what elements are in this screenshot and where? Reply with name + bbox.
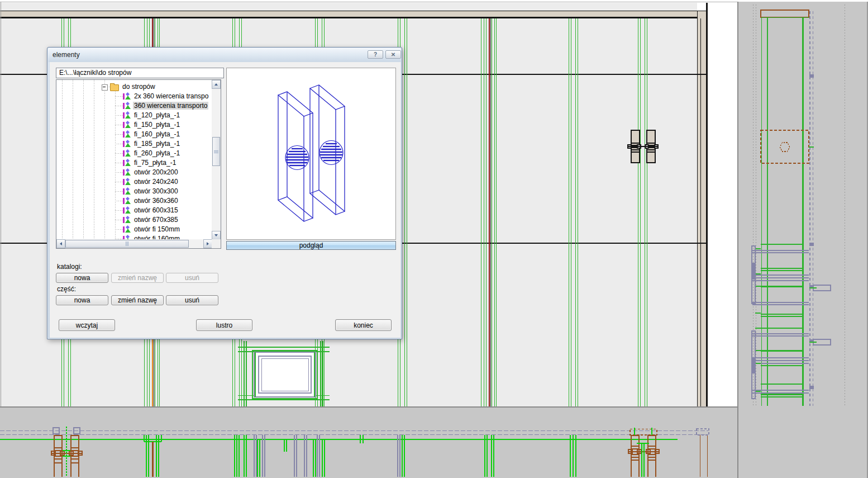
part-icon [123,102,131,110]
part-icon [123,216,131,224]
tree-folder-row[interactable]: do stropów [56,82,212,92]
part-icon [123,121,131,129]
tree-item-label: 2x 360 wiercenia transpo [133,92,209,100]
tree-item-label: otwór 300x300 [133,187,179,195]
tree-item-label: fi_185_płyta_-1 [133,140,181,148]
part-icon [123,140,131,148]
part-icon [123,112,131,119]
part-icon [123,188,131,195]
tree-item[interactable]: otwór 240x240 [56,177,212,187]
scroll-left-button[interactable] [56,239,65,248]
folder-icon [110,84,119,91]
part-icon [123,150,131,157]
part-icon [123,93,131,100]
koniec-button[interactable]: koniec [335,319,392,331]
tree-item-label: otwór 600x315 [133,206,179,214]
wczytaj-button[interactable]: wczytaj [59,319,115,331]
czesc-nowa-button[interactable]: nowa [56,295,108,305]
tree-item[interactable]: otwór 670x385 [56,215,212,225]
scrollbar-corner [212,239,221,248]
preview-wireframe [227,68,395,239]
tree-item-label: otwór 360x360 [133,197,179,205]
lustro-button[interactable]: lustro [196,319,252,331]
tree-item[interactable]: fi_150_płyta_-1 [56,120,212,130]
tree-item[interactable]: otwór 360x360 [56,196,212,206]
tree-item[interactable]: otwór 200x200 [56,168,212,177]
tree-vscrollbar[interactable] [212,80,221,240]
tree-item[interactable]: otwór 300x300 [56,187,212,196]
part-icon [123,226,131,233]
arrow-down-icon [214,234,218,236]
tree-item[interactable]: 360 wiercenia transporto [56,101,212,111]
part-icon [123,235,131,239]
part-icon [123,197,131,205]
katalogi-button-row: nowazmień nazwęusuń [56,273,227,283]
thumb-grip-icon [214,150,218,153]
tree-item[interactable]: fi_120_płyta_-1 [56,111,212,120]
part-icon [123,131,131,138]
tree-item[interactable]: fi_75_płyta_-1 [56,158,212,168]
tree-item-label: otwór fi 160mm [133,235,181,239]
preview-panel [226,68,396,240]
part-icon [123,169,131,176]
tree-item-label: otwór fi 150mm [133,225,181,233]
tree-item-label: fi_75_płyta_-1 [133,159,177,167]
dialog-title: elementy [53,51,80,59]
part-icon [123,159,131,167]
tree-item-label: otwór 670x385 [133,216,179,224]
path-field[interactable]: E:\...\łączniki\do stropów [56,68,224,78]
arrow-right-icon [207,242,209,245]
thumb-grip-icon [126,242,128,246]
czesc-usun-button[interactable]: usuń [166,295,218,305]
tree-item-label: otwór 240x240 [133,178,179,186]
katalogi-zmien-nazwe-button[interactable]: zmień nazwę [111,273,164,283]
scroll-right-button[interactable] [203,239,212,248]
hscroll-thumb[interactable] [65,240,189,248]
tree-hscrollbar[interactable] [56,239,212,248]
close-icon[interactable]: ✕ [385,50,401,59]
tree-folder-label: do stropów [121,83,156,91]
part-icon [123,207,131,214]
katalogi-usun-button[interactable]: usuń [166,273,218,283]
help-button[interactable]: ? [368,50,383,59]
katalogi-nowa-button[interactable]: nowa [56,273,108,283]
elements-dialog: elementy ? ✕ E:\...\łączniki\do stropów … [47,47,402,339]
czesc-label: część: [57,285,76,293]
scroll-up-button[interactable] [212,80,221,89]
tree-item[interactable]: otwór 600x315 [56,206,212,215]
app-window: elementy ? ✕ E:\...\łączniki\do stropów … [0,0,868,478]
vscroll-thumb[interactable] [212,137,220,166]
katalogi-label: katalogi: [57,263,82,271]
tree-item[interactable]: fi_160_płyta_-1 [56,130,212,139]
arrow-up-icon [214,83,218,86]
czesc-button-row: nowazmień nazwęusuń [56,295,227,305]
tree-view[interactable]: do stropów 2x 360 wiercenia transpo360 w… [56,80,212,239]
dialog-titlebar[interactable]: elementy ? ✕ [48,48,401,62]
collapse-icon[interactable] [102,84,108,91]
tree-item[interactable]: otwór fi 160mm [56,234,212,239]
scroll-down-button[interactable] [212,231,221,240]
part-icon [123,178,131,186]
tree-item-label: otwór 200x200 [133,168,179,176]
tree-item-label: fi_260_płyta_-1 [133,149,181,157]
tree-item-label: fi_120_płyta_-1 [133,111,181,119]
tree-item-label: fi_160_płyta_-1 [133,130,181,138]
tree-item-label: fi_150_płyta_-1 [133,121,181,129]
tree-item[interactable]: fi_260_płyta_-1 [56,149,212,158]
tree-item[interactable]: otwór fi 150mm [56,225,212,234]
dialog-body: E:\...\łączniki\do stropów do stropów 2x… [50,62,400,338]
catalog-tree[interactable]: do stropów 2x 360 wiercenia transpo360 w… [56,79,221,249]
tree-item-label: 360 wiercenia transporto [133,102,208,110]
tree-item[interactable]: fi_185_płyta_-1 [56,139,212,149]
czesc-zmien-nazwe-button[interactable]: zmień nazwę [111,295,164,305]
arrow-left-icon [60,242,62,245]
tree-item[interactable]: 2x 360 wiercenia transpo [56,92,212,101]
preview-button[interactable]: podgląd [226,241,396,250]
